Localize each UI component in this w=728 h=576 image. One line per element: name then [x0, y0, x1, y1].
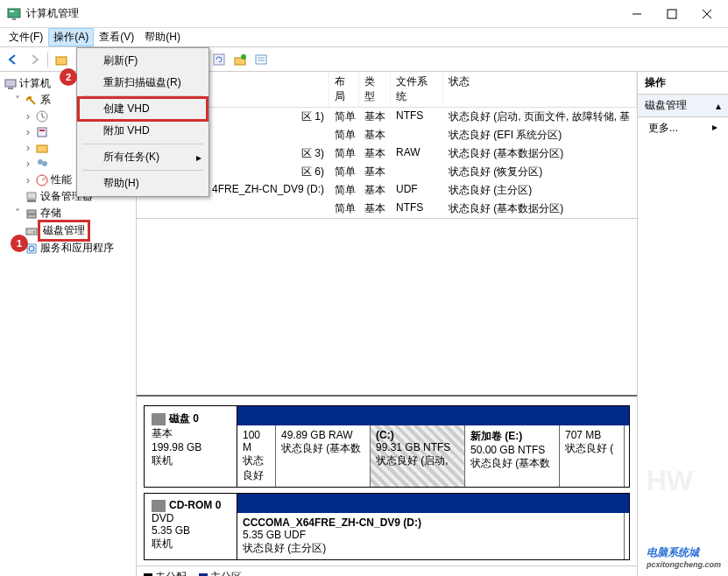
expand-icon[interactable]: › [23, 158, 33, 170]
actions-group[interactable]: 磁盘管理 ▴ [638, 95, 728, 117]
up-button[interactable] [52, 50, 71, 69]
disk-drive-icon [152, 500, 166, 512]
expand-icon[interactable]: › [23, 174, 33, 186]
disk-row[interactable]: CD-ROM 0 DVD5.35 GB联机 CCCOMA_X64FRE_ZH-C… [144, 493, 630, 560]
menuitem-create-vhd[interactable]: 创建 VHD [79, 98, 207, 120]
maximize-button[interactable] [665, 7, 679, 21]
actions-panel: 操作 磁盘管理 ▴ 更多... ▸ [637, 72, 728, 576]
legend-primary: 主分区 [199, 570, 242, 576]
users-icon [35, 157, 49, 171]
col-type[interactable]: 类型 [359, 72, 391, 107]
svg-rect-25 [27, 200, 36, 202]
svg-rect-2 [12, 18, 16, 20]
toolbar-separator [47, 52, 48, 67]
volume-row[interactable]: 区 3)简单基本RAW状态良好 (基本数据分区) [137, 144, 637, 163]
disk-info: CD-ROM 0 DVD5.35 GB联机 [145, 494, 237, 559]
list-icon[interactable] [251, 50, 271, 69]
partition[interactable]: 100 M状态良好 [237, 425, 276, 487]
disk-icon [25, 224, 39, 238]
actions-more[interactable]: 更多... ▸ [638, 117, 728, 139]
center-panel: 布局 类型 文件系统 状态 区 1)简单基本NTFS状态良好 (启动, 页面文件… [137, 72, 637, 576]
window-controls [630, 7, 721, 21]
col-fs[interactable]: 文件系统 [391, 72, 443, 107]
window-title: 计算机管理 [26, 6, 630, 21]
partition[interactable]: 49.89 GB RAW状态良好 (基本数 [276, 425, 371, 487]
partition[interactable]: CCCOMA_X64FRE_ZH-CN_DV9 (D:)5.35 GB UDF状… [237, 513, 625, 559]
tree-storage[interactable]: ˅存储 [2, 205, 134, 221]
collapse-arrow-icon[interactable]: ▴ [716, 100, 721, 112]
svg-rect-15 [8, 88, 13, 89]
svg-line-23 [42, 178, 46, 180]
expand-icon[interactable]: › [23, 126, 33, 138]
menu-separator [82, 144, 203, 144]
svg-rect-24 [27, 193, 36, 199]
expand-icon[interactable]: › [23, 110, 33, 123]
forward-button[interactable] [25, 50, 44, 69]
refresh-icon[interactable] [209, 50, 229, 69]
svg-point-29 [33, 231, 35, 233]
svg-rect-0 [8, 9, 20, 18]
svg-rect-27 [27, 214, 36, 218]
menu-view[interactable]: 查看(V) [94, 28, 139, 46]
volume-row[interactable]: 区 6)简单基本状态良好 (恢复分区) [137, 163, 637, 181]
svg-rect-7 [56, 57, 67, 65]
menu-help[interactable]: 帮助(H) [139, 28, 186, 46]
volume-row[interactable]: 简单基本状态良好 (EFI 系统分区) [137, 126, 637, 144]
perf-icon [35, 173, 49, 187]
menubar: 文件(F) 操作(A) 查看(V) 帮助(H) [0, 28, 728, 47]
device-icon [25, 190, 39, 204]
menuitem-refresh[interactable]: 刷新(F) [79, 50, 207, 72]
svg-point-21 [42, 161, 47, 166]
actions-header: 操作 [638, 72, 728, 95]
col-status[interactable]: 状态 [443, 72, 637, 107]
menu-file[interactable]: 文件(F) [4, 28, 48, 46]
annotation-badge-1: 1 [11, 235, 28, 252]
partition[interactable]: 新加卷 (E:)50.00 GB NTFS状态良好 (基本数 [465, 425, 560, 487]
computer-icon [4, 77, 18, 91]
menu-separator [82, 95, 203, 96]
event-icon [35, 125, 49, 139]
collapse-icon[interactable]: ˅ [12, 207, 23, 220]
minimize-button[interactable] [630, 7, 644, 21]
menuitem-rescan[interactable]: 重新扫描磁盘(R) [79, 72, 207, 94]
svg-rect-26 [27, 210, 36, 214]
close-button[interactable] [700, 7, 714, 21]
disk-row[interactable]: 磁盘 0 基本199.98 GB联机 100 M状态良好49.89 GB RAW… [144, 405, 630, 488]
clock-icon [35, 109, 49, 123]
collapse-icon[interactable]: ˅ [12, 95, 23, 107]
submenu-arrow-icon: ▸ [712, 121, 717, 136]
back-button[interactable] [4, 50, 23, 69]
svg-rect-4 [668, 10, 676, 18]
volume-row[interactable]: 区 1)简单基本NTFS状态良好 (启动, 页面文件, 故障转储, 基 [137, 108, 637, 126]
expand-icon[interactable]: › [23, 142, 33, 154]
col-layout[interactable]: 布局 [329, 72, 359, 107]
partition[interactable]: 707 MB状态良好 ( [560, 425, 625, 487]
svg-rect-19 [37, 145, 47, 152]
menuitem-all-tasks[interactable]: 所有任务(K)▸ [79, 146, 207, 168]
volume-row[interactable]: 4FRE_ZH-CN_DV9 (D:)简单基本UDF状态良好 (主分区) [137, 181, 637, 200]
volume-row[interactable]: 简单基本NTFS状态良好 (基本数据分区) [137, 200, 637, 218]
properties-icon[interactable] [230, 50, 250, 69]
disk-partitions: 100 M状态良好49.89 GB RAW状态良好 (基本数(C:)99.31 … [237, 406, 629, 487]
legend: 未分配 主分区 [137, 565, 637, 576]
menuitem-help[interactable]: 帮助(H) [79, 172, 207, 194]
disk-drive-icon [152, 413, 166, 425]
volume-list[interactable]: 布局 类型 文件系统 状态 区 1)简单基本NTFS状态良好 (启动, 页面文件… [137, 72, 637, 219]
app-icon [7, 7, 21, 21]
menu-action[interactable]: 操作(A) [48, 28, 94, 46]
legend-unallocated: 未分配 [144, 570, 187, 576]
svg-rect-1 [10, 11, 14, 12]
volume-list-header: 布局 类型 文件系统 状态 [137, 72, 637, 108]
svg-rect-28 [26, 228, 37, 235]
titlebar: 计算机管理 [0, 0, 728, 28]
svg-rect-18 [39, 130, 45, 131]
svg-rect-8 [214, 54, 224, 65]
tools-icon [25, 94, 39, 108]
partition[interactable]: (C:)99.31 GB NTFS状态良好 (启动, [371, 425, 465, 487]
menuitem-attach-vhd[interactable]: 附加 VHD [79, 120, 207, 142]
folder-icon [35, 141, 49, 155]
disk-partitions: CCCOMA_X64FRE_ZH-CN_DV9 (D:)5.35 GB UDF状… [237, 494, 629, 559]
disk-header-bar [237, 406, 629, 425]
annotation-badge-2: 2 [60, 68, 77, 86]
disk-map[interactable]: 磁盘 0 基本199.98 GB联机 100 M状态良好49.89 GB RAW… [137, 395, 637, 576]
